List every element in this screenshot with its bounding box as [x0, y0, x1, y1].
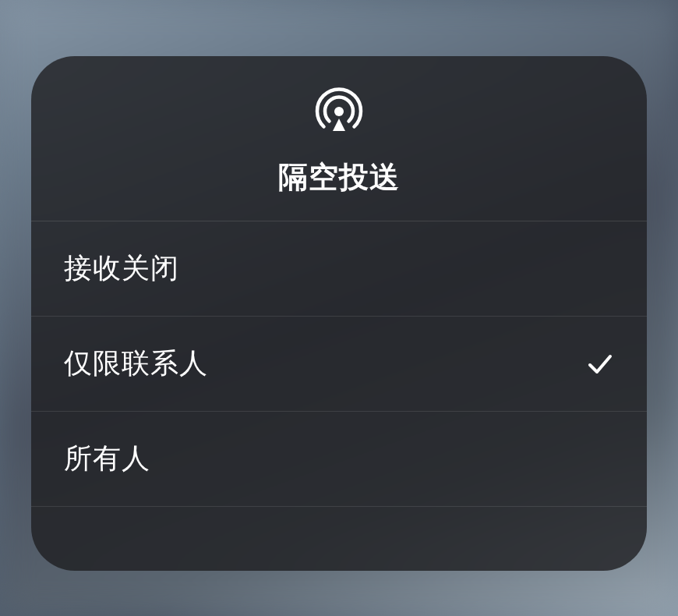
panel-header: 隔空投送 [31, 56, 647, 221]
option-contacts-only[interactable]: 仅限联系人 [31, 317, 647, 412]
option-receiving-off[interactable]: 接收关闭 [31, 221, 647, 317]
option-everyone[interactable]: 所有人 [31, 412, 647, 507]
options-list: 接收关闭 仅限联系人 所有人 [31, 221, 647, 507]
option-label: 所有人 [64, 440, 150, 478]
airdrop-icon [313, 86, 365, 137]
panel-title: 隔空投送 [278, 158, 400, 197]
checkmark-icon [586, 350, 614, 378]
airdrop-panel: 隔空投送 接收关闭 仅限联系人 所有人 [31, 56, 647, 571]
option-label: 仅限联系人 [64, 345, 208, 383]
option-label: 接收关闭 [64, 250, 179, 288]
svg-point-0 [334, 107, 344, 116]
